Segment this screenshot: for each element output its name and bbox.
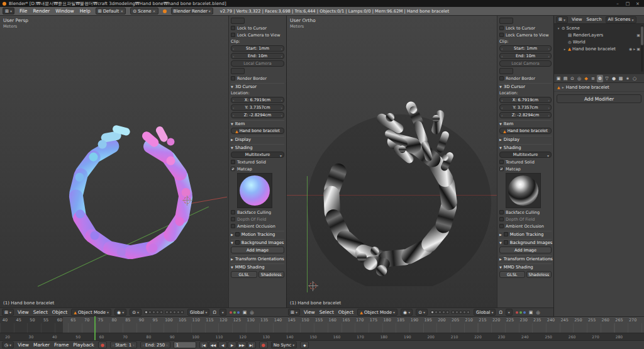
view-menu[interactable]: View (17, 309, 30, 315)
clip-end-field[interactable]: ‹ End: 10m › (499, 53, 552, 59)
shading-panel-header[interactable]: ▼ Shading (231, 144, 284, 150)
scene-selector[interactable]: ⊙ Scene × (130, 8, 158, 14)
decrement-icon[interactable]: ‹ (501, 54, 502, 58)
layers-widget[interactable] (145, 311, 184, 314)
transform-orientations-panel-header[interactable]: ▶ Transform Orientations (499, 255, 552, 262)
file-menu[interactable]: File (19, 8, 28, 14)
layer-cell[interactable] (463, 311, 466, 314)
object-menu[interactable]: Object (52, 309, 68, 315)
mode-dropdown[interactable]: ▲ Object Mode ▾ (357, 309, 397, 316)
pivot-dropdown[interactable]: ⊙ ▾ (130, 309, 142, 316)
object-menu[interactable]: Object (338, 309, 354, 315)
current-frame-field[interactable]: 1 (174, 341, 196, 348)
layer-cell[interactable] (177, 311, 180, 314)
increment-icon[interactable]: › (281, 54, 282, 58)
world-tab[interactable]: ◎ (576, 75, 582, 82)
restrict-icon[interactable]: ▸ (633, 47, 635, 51)
snap-magnet-icon[interactable]: Ω (499, 310, 502, 315)
play-button[interactable]: ▶ (228, 341, 236, 348)
local-camera-field[interactable]: Local Camera (499, 60, 552, 67)
render-menu[interactable]: Render (32, 8, 50, 14)
increment-icon[interactable]: › (133, 343, 134, 347)
cursor-panel-header[interactable]: ▼ 3D Cursor (499, 83, 552, 89)
jump-to-end-button[interactable]: ▶| (247, 341, 256, 348)
increment-icon[interactable]: › (281, 47, 282, 51)
layer-cell[interactable] (455, 311, 458, 314)
outliner-scope-dropdown[interactable]: All Scenes ▾ (606, 16, 636, 23)
cursor-z-field[interactable]: ‹ Z: -2.8294cm › (231, 112, 284, 118)
current-frame-line[interactable] (94, 316, 96, 340)
cursor-x-field[interactable]: ‹ X: 6.7919cm › (499, 97, 552, 103)
restrict-icon[interactable]: ◉ (629, 47, 632, 51)
item-panel-header[interactable]: ▼ Item (231, 120, 284, 126)
item-name-field[interactable]: ▲ Hand bone bracelet (499, 128, 552, 134)
restrict-icon[interactable]: ▣ (636, 47, 640, 51)
select-menu[interactable]: Select (319, 309, 335, 315)
restrict-icon[interactable]: ▣ (636, 33, 640, 37)
shading-mode-dropdown[interactable]: Multitexture ▾ (231, 152, 284, 158)
prev-keyframe-button[interactable]: ◀◀ (209, 341, 218, 348)
increment-icon[interactable]: › (281, 98, 282, 102)
close-icon[interactable]: × (120, 9, 123, 13)
ambient-occlusion-checkbox[interactable]: Ambient Occlusion (499, 223, 552, 229)
decrement-icon[interactable]: ‹ (501, 113, 502, 118)
view-lens-field[interactable] (499, 18, 513, 24)
matcap-checkbox[interactable]: ✓ Matcap (499, 166, 552, 172)
layer-cell[interactable] (169, 311, 172, 314)
cursor-panel-header[interactable]: ▼ 3D Cursor (231, 83, 284, 89)
timeline-frame-menu[interactable]: Frame (53, 342, 69, 348)
opengl-render-icon[interactable]: ▣ (529, 310, 533, 315)
constraints-tab[interactable]: ≡ (590, 75, 596, 82)
outliner-search-menu[interactable]: Search (586, 17, 602, 22)
close-icon[interactable]: × (153, 9, 156, 13)
clip-end-field[interactable]: ‹ End: 10m › (231, 53, 284, 59)
cursor-z-field[interactable]: ‹ Z: -2.8294cm › (499, 112, 552, 118)
increment-icon[interactable]: › (548, 54, 550, 58)
editor-type-button[interactable]: ⊞ ▾ (288, 309, 300, 316)
view-lens-field[interactable] (231, 18, 245, 24)
snap-element-dropdown[interactable]: ▾ (506, 309, 513, 316)
render-border-checkbox[interactable]: Render Border (499, 75, 552, 81)
decrement-icon[interactable]: ‹ (501, 106, 502, 110)
layer-cell[interactable] (452, 311, 455, 314)
clip-start-field[interactable]: ‹ Start: 1mm › (231, 45, 284, 52)
mmd-shading-panel-header[interactable]: ▼ MMD Shading (499, 263, 552, 270)
snap-element-dropdown[interactable]: ▾ (219, 309, 226, 316)
help-menu[interactable]: Help (79, 8, 91, 14)
decrement-icon[interactable]: ‹ (113, 343, 114, 347)
screen-layout-selector[interactable]: ⊞ Default × (96, 8, 126, 14)
manipulator-rotate-icon[interactable] (233, 311, 236, 314)
motion-tracking-panel-header[interactable]: ▶ Motion Tracking (499, 231, 552, 237)
render-engine-dropdown[interactable]: Blender Render ▾ (171, 8, 213, 14)
close-button[interactable]: × (634, 1, 641, 6)
frame-start-field[interactable]: ‹ Start: 1 › (110, 341, 137, 348)
manipulator-widget[interactable] (516, 311, 526, 314)
timeline-marker-menu[interactable]: Marker (33, 342, 50, 348)
decrement-icon[interactable]: ‹ (233, 98, 234, 102)
layer-cell[interactable] (431, 311, 434, 314)
decrement-icon[interactable]: ‹ (501, 98, 502, 102)
add-image-button[interactable]: Add Image (231, 247, 284, 253)
layer-cell[interactable] (435, 311, 438, 314)
model-hand-bone-bracelet-chrome[interactable] (298, 77, 494, 286)
orientation-dropdown[interactable]: Global ▾ (474, 309, 496, 316)
shadeless-button[interactable]: Shadeless (526, 271, 552, 278)
motion-tracking-panel-header[interactable]: ▶ Motion Tracking (231, 231, 284, 237)
lock-camera-to-view-checkbox[interactable]: Lock Camera to View (231, 32, 284, 38)
outliner-item[interactable]: ▤RenderLayers▣ (554, 31, 644, 38)
snap-magnet-icon[interactable]: Ω (213, 310, 216, 315)
increment-icon[interactable]: › (548, 106, 550, 110)
lock-to-cursor-checkbox[interactable]: Lock to Cursor (499, 25, 552, 31)
decrement-icon[interactable]: ‹ (233, 54, 234, 58)
cursor-x-field[interactable]: ‹ X: 6.7919cm › (231, 97, 284, 103)
opengl-render-anim-icon[interactable]: ◎ (250, 310, 253, 315)
glsl-button[interactable]: GLSL (231, 271, 257, 278)
minimize-button[interactable]: – (614, 1, 621, 6)
layer-cell[interactable] (446, 311, 449, 314)
background-images-panel-header[interactable]: ▼ Background Images (499, 239, 552, 245)
maximize-button[interactable]: □ (624, 1, 631, 6)
jump-to-start-button[interactable]: |◀ (199, 341, 208, 348)
viewport-right[interactable]: User Ortho Meters (1) Hand bone bracelet (286, 16, 497, 307)
timeline-ruler[interactable]: 4045505560657075808590951001051101151201… (0, 316, 644, 333)
clip-start-field[interactable]: ‹ Start: 1mm › (499, 45, 552, 52)
